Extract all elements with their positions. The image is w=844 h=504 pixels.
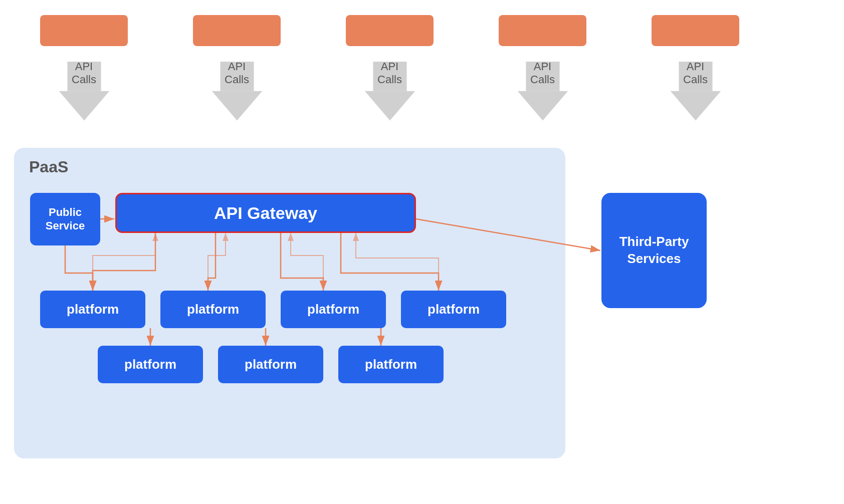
platform-label-6: platform — [245, 357, 297, 372]
platform-row-1: platform platform platform platform — [40, 291, 506, 328]
orange-box-3 — [346, 15, 434, 46]
svg-marker-7 — [517, 91, 568, 120]
platform-row-2: platform platform platform — [98, 346, 444, 383]
platform-box-1: platform — [40, 291, 145, 328]
svg-marker-3 — [212, 91, 262, 120]
third-party-box: Third-Party Services — [601, 193, 707, 308]
orange-box-1 — [40, 15, 128, 46]
orange-box-5 — [652, 15, 739, 46]
api-calls-label-2: APICalls — [225, 60, 249, 87]
platform-label-5: platform — [124, 357, 176, 372]
svg-marker-5 — [364, 91, 415, 120]
platform-box-2: platform — [160, 291, 266, 328]
api-gateway-box: API Gateway — [115, 193, 416, 233]
top-boxes-row — [40, 15, 739, 46]
platform-box-4: platform — [401, 291, 506, 328]
platform-box-6: platform — [218, 346, 323, 383]
orange-box-4 — [499, 15, 586, 46]
platform-label-2: platform — [187, 302, 239, 317]
platform-label-1: platform — [67, 302, 119, 317]
arrow-4: APICalls — [499, 55, 586, 133]
api-calls-label-4: APICalls — [530, 60, 555, 87]
api-calls-label-1: APICalls — [72, 60, 96, 87]
arrow-2: APICalls — [193, 55, 281, 133]
arrows-row: APICalls APICalls APICalls APICalls — [40, 55, 739, 133]
public-service-label: Public Service — [30, 206, 100, 232]
platform-box-3: platform — [281, 291, 386, 328]
diagram: APICalls APICalls APICalls APICalls — [0, 0, 844, 504]
platform-label-3: platform — [307, 302, 359, 317]
arrow-5: APICalls — [652, 55, 739, 133]
svg-marker-1 — [59, 91, 109, 120]
arrow-3: APICalls — [346, 55, 434, 133]
api-gateway-label: API Gateway — [214, 203, 317, 223]
svg-marker-9 — [670, 91, 721, 120]
platform-box-7: platform — [338, 346, 444, 383]
api-calls-label-5: APICalls — [683, 60, 708, 87]
arrow-1: APICalls — [40, 55, 128, 133]
platform-box-5: platform — [98, 346, 203, 383]
public-service-box: Public Service — [30, 193, 100, 245]
platform-label-4: platform — [428, 302, 480, 317]
orange-box-2 — [193, 15, 281, 46]
paas-label: PaaS — [29, 158, 68, 176]
third-party-label: Third-Party Services — [601, 233, 707, 268]
platform-label-7: platform — [365, 357, 417, 372]
api-calls-label-3: APICalls — [377, 60, 402, 87]
